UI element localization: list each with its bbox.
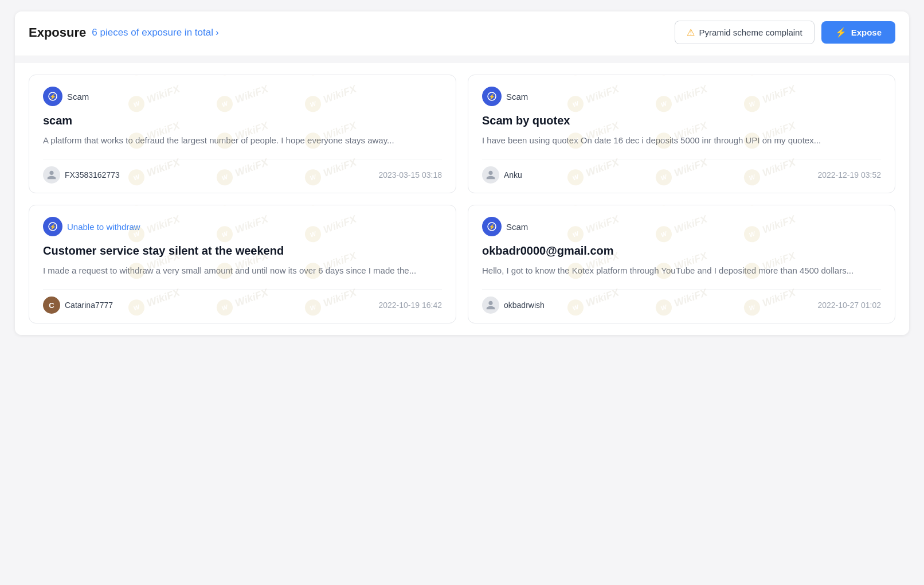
exposure-count-link[interactable]: 6 pieces of exposure in total ›: [92, 27, 218, 38]
warning-icon: ⚠: [687, 27, 695, 38]
card-title: Scam by quotex: [482, 113, 881, 128]
page-title: Exposure: [29, 25, 86, 40]
tag-label: Scam: [67, 92, 89, 102]
card-body: I made a request to withdraw a very smal…: [43, 264, 442, 278]
chevron-right-icon: ›: [216, 27, 219, 38]
exposure-card[interactable]: WWikiFXWWikiFXWWikiFXWWikiFXWWikiFXWWiki…: [468, 205, 895, 323]
tag-icon: ⚡: [43, 217, 62, 236]
author-avatar: [43, 166, 60, 184]
card-body: A platform that works to defraud the lar…: [43, 134, 442, 147]
tag-label: Unable to withdraw: [67, 222, 140, 232]
svg-text:⚡: ⚡: [488, 223, 496, 231]
pyramid-complaint-button[interactable]: ⚠ Pyramid scheme complaint: [675, 21, 815, 44]
header-right: ⚠ Pyramid scheme complaint ⚡ Expose: [675, 21, 895, 44]
card-footer: CCatarina77772022-10-19 16:42: [43, 289, 442, 314]
card-title: Customer service stay silent at the week…: [43, 243, 442, 258]
tag-icon: ⚡: [43, 87, 62, 106]
card-footer: okbadrwish2022-10-27 01:02: [482, 289, 881, 314]
expose-icon: ⚡: [835, 27, 847, 38]
svg-text:⚡: ⚡: [49, 93, 57, 100]
author: Anku: [482, 166, 522, 184]
author-name: Anku: [504, 170, 522, 180]
card-title: okbadr0000@gmail.com: [482, 243, 881, 258]
tag-icon: ⚡: [482, 87, 502, 106]
card-body: I have been using quotex On date 16 dec …: [482, 134, 881, 147]
exposure-card[interactable]: WWikiFXWWikiFXWWikiFXWWikiFXWWikiFXWWiki…: [468, 75, 895, 193]
author-name: FX3583162773: [65, 170, 120, 180]
author-name: Catarina7777: [65, 301, 113, 310]
card-body: Hello, I got to know the Kotex platform …: [482, 264, 881, 278]
tag-icon: ⚡: [482, 217, 502, 236]
tag-row: ⚡Scam: [482, 87, 881, 106]
card-footer: FX35831627732023-03-15 03:18: [43, 159, 442, 184]
tag-label: Scam: [506, 222, 528, 232]
cards-grid: WWikiFXWWikiFXWWikiFXWWikiFXWWikiFXWWiki…: [15, 63, 909, 335]
expose-label: Expose: [851, 28, 882, 37]
post-date: 2022-10-19 16:42: [378, 301, 442, 310]
author-avatar: [482, 297, 499, 314]
tag-row: ⚡Scam: [43, 87, 442, 106]
tag-label: Scam: [506, 92, 528, 102]
exposure-header: Exposure 6 pieces of exposure in total ›…: [15, 11, 909, 56]
svg-text:⚡: ⚡: [488, 93, 496, 100]
author-avatar: C: [43, 297, 60, 314]
author-name: okbadrwish: [504, 301, 545, 310]
card-footer: Anku2022-12-19 03:52: [482, 159, 881, 184]
post-date: 2023-03-15 03:18: [378, 170, 442, 180]
author: FX3583162773: [43, 166, 120, 184]
header-left: Exposure 6 pieces of exposure in total ›: [29, 25, 219, 40]
svg-text:⚡: ⚡: [49, 223, 57, 231]
tag-row: ⚡Scam: [482, 217, 881, 236]
author: CCatarina7777: [43, 297, 113, 314]
exposure-card[interactable]: WWikiFXWWikiFXWWikiFXWWikiFXWWikiFXWWiki…: [29, 75, 456, 193]
tag-row: ⚡Unable to withdraw: [43, 217, 442, 236]
author-avatar: [482, 166, 499, 184]
complaint-label: Pyramid scheme complaint: [699, 28, 802, 37]
post-date: 2022-10-27 01:02: [817, 301, 881, 310]
card-title: scam: [43, 113, 442, 128]
exposure-card[interactable]: WWikiFXWWikiFXWWikiFXWWikiFXWWikiFXWWiki…: [29, 205, 456, 323]
expose-button[interactable]: ⚡ Expose: [821, 21, 895, 44]
post-date: 2022-12-19 03:52: [817, 170, 881, 180]
exposure-count-text: 6 pieces of exposure in total: [92, 27, 213, 38]
author: okbadrwish: [482, 297, 545, 314]
